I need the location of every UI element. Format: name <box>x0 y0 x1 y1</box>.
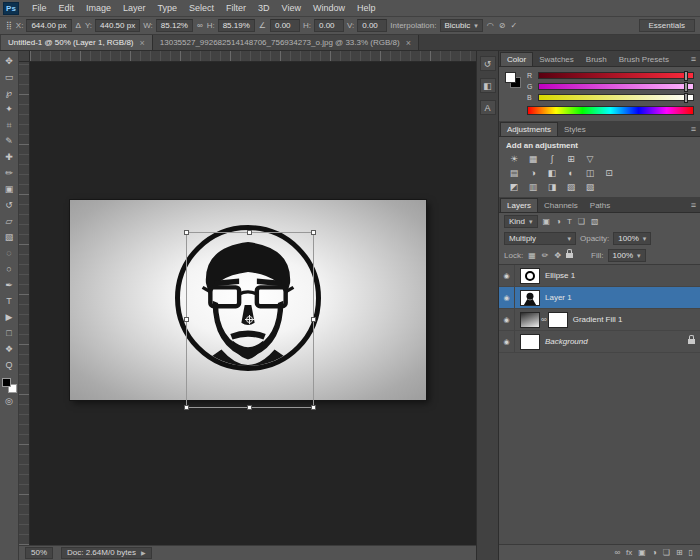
interpolation-select[interactable]: Bicubic ▾ <box>440 19 483 32</box>
height-input[interactable]: 85.19% <box>218 19 255 32</box>
layer-thumbnail[interactable] <box>520 312 540 328</box>
status-arrow-icon[interactable]: ▶ <box>141 548 146 558</box>
panel-menu-icon[interactable]: ≡ <box>691 54 696 64</box>
quick-selection-tool[interactable]: ✦ <box>1 101 18 117</box>
tab-layers[interactable]: Layers <box>500 198 538 212</box>
commit-transform-icon[interactable]: ✓ <box>510 21 519 30</box>
visibility-eye-icon[interactable]: ◉ <box>503 294 509 302</box>
panel-menu-icon[interactable]: ≡ <box>691 124 696 134</box>
layer-thumbnail[interactable] <box>520 290 540 306</box>
menu-edit[interactable]: Edit <box>53 3 81 13</box>
quick-mask-button[interactable]: ◎ <box>1 393 18 409</box>
tab-brush[interactable]: Brush <box>580 53 613 66</box>
threshold-icon[interactable]: ◨ <box>546 182 558 192</box>
tab-adjustments[interactable]: Adjustments <box>500 122 558 136</box>
history-brush-tool[interactable]: ↺ <box>1 197 18 213</box>
move-tool[interactable]: ✥ <box>1 53 18 69</box>
transform-handle-sw[interactable] <box>184 405 189 410</box>
document-info[interactable]: Doc: 2.64M/0 bytes ▶ <box>61 547 152 559</box>
document-tab-untitled[interactable]: Untitled-1 @ 50% (Layer 1, RGB/8) × <box>1 35 153 50</box>
h-skew-input[interactable]: 0.00 <box>314 19 344 32</box>
v-skew-input[interactable]: 0.00 <box>357 19 387 32</box>
fill-input[interactable]: 100% ▾ <box>608 249 646 262</box>
filter-type-icon[interactable]: T <box>566 217 573 226</box>
layer-thumbnail[interactable] <box>520 334 540 350</box>
mask-link-icon[interactable]: ∞ <box>541 315 547 324</box>
transform-handle-w[interactable] <box>184 317 189 322</box>
x-input[interactable]: 644.00 px <box>26 19 71 32</box>
clone-stamp-tool[interactable]: ▣ <box>1 181 18 197</box>
layer-row-layer-1[interactable]: ◉ Layer 1 <box>499 287 700 309</box>
photo-filter-icon[interactable]: ◐ <box>565 168 577 178</box>
curves-icon[interactable]: ʃ <box>546 154 558 164</box>
blue-slider-knob[interactable] <box>684 93 688 103</box>
type-tool[interactable]: T <box>1 293 18 309</box>
tab-styles[interactable]: Styles <box>558 123 592 136</box>
blend-mode-select[interactable]: Multiply ▾ <box>504 232 576 245</box>
character-panel-icon[interactable]: A <box>480 100 496 115</box>
tab-color[interactable]: Color <box>500 52 533 66</box>
transform-reference-point[interactable] <box>246 316 253 323</box>
transform-handle-s[interactable] <box>247 405 252 410</box>
eraser-tool[interactable]: ▱ <box>1 213 18 229</box>
green-slider[interactable] <box>538 83 694 90</box>
menu-view[interactable]: View <box>276 3 307 13</box>
color-spectrum-ramp[interactable] <box>527 106 694 115</box>
visibility-eye-icon[interactable]: ◉ <box>503 338 509 346</box>
new-group-button[interactable]: ❏ <box>663 548 670 557</box>
transform-handle-nw[interactable] <box>184 230 189 235</box>
path-selection-tool[interactable]: ▶ <box>1 309 18 325</box>
color-lookup-icon[interactable]: ⊡ <box>603 168 615 178</box>
gradient-tool[interactable]: ▧ <box>1 229 18 245</box>
red-slider[interactable] <box>538 72 694 79</box>
selective-color-icon[interactable]: ▧ <box>584 182 596 192</box>
tab-swatches[interactable]: Swatches <box>533 53 580 66</box>
canvas-area[interactable] <box>19 51 476 545</box>
tab-paths[interactable]: Paths <box>584 199 616 212</box>
document-tab-jpg[interactable]: 13035527_992682514148706_756934273_o.jpg… <box>153 35 419 50</box>
pen-tool[interactable]: ✒ <box>1 277 18 293</box>
visibility-eye-icon[interactable]: ◉ <box>503 316 509 324</box>
menu-select[interactable]: Select <box>183 3 220 13</box>
transform-handle-ne[interactable] <box>311 230 316 235</box>
shape-tool[interactable]: □ <box>1 325 18 341</box>
y-input[interactable]: 440.50 px <box>95 19 140 32</box>
properties-panel-icon[interactable]: ◧ <box>480 78 496 93</box>
new-adjustment-button[interactable]: ◑ <box>652 548 657 557</box>
menu-type[interactable]: Type <box>152 3 184 13</box>
new-layer-button[interactable]: ⊞ <box>676 548 683 557</box>
eyedropper-tool[interactable]: ✎ <box>1 133 18 149</box>
lock-transparency-icon[interactable]: ▦ <box>527 251 537 260</box>
foreground-color-swatch[interactable] <box>2 378 11 387</box>
delta-icon[interactable]: Δ <box>75 21 82 30</box>
close-icon[interactable]: × <box>406 38 411 48</box>
layer-row-ellipse-1[interactable]: ◉ Ellipse 1 <box>499 265 700 287</box>
transform-handle-se[interactable] <box>311 405 316 410</box>
filter-shape-icon[interactable]: ❏ <box>577 217 586 226</box>
tab-brush-presets[interactable]: Brush Presets <box>613 53 675 66</box>
transform-bounding-box[interactable] <box>186 232 314 408</box>
channel-mixer-icon[interactable]: ◫ <box>584 168 596 178</box>
hand-tool[interactable]: ❖ <box>1 341 18 357</box>
brightness-contrast-icon[interactable]: ☀ <box>508 154 520 164</box>
blur-tool[interactable]: ◌ <box>1 245 18 261</box>
levels-icon[interactable]: ▦ <box>527 154 539 164</box>
menu-file[interactable]: File <box>26 3 53 13</box>
lasso-tool[interactable]: ℘ <box>1 85 18 101</box>
warp-mode-icon[interactable]: ◠ <box>486 21 495 30</box>
filter-pixel-icon[interactable]: ▣ <box>542 217 552 226</box>
green-slider-knob[interactable] <box>684 82 688 92</box>
visibility-eye-icon[interactable]: ◉ <box>503 272 509 280</box>
close-icon[interactable]: × <box>140 38 145 48</box>
exposure-icon[interactable]: ⊞ <box>565 154 577 164</box>
zoom-tool[interactable]: Q <box>1 357 18 373</box>
filter-smart-object-icon[interactable]: ▧ <box>590 217 600 226</box>
dodge-tool[interactable]: ○ <box>1 261 18 277</box>
document-canvas[interactable] <box>70 200 426 400</box>
layer-row-background[interactable]: ◉ Background <box>499 331 700 353</box>
layer-style-button[interactable]: fx <box>626 548 632 557</box>
angle-input[interactable]: 0.00 <box>270 19 300 32</box>
rectangular-marquee-tool[interactable]: ▭ <box>1 69 18 85</box>
lock-pixels-icon[interactable]: ✏ <box>541 251 550 260</box>
crop-tool[interactable]: ⌗ <box>1 117 18 133</box>
